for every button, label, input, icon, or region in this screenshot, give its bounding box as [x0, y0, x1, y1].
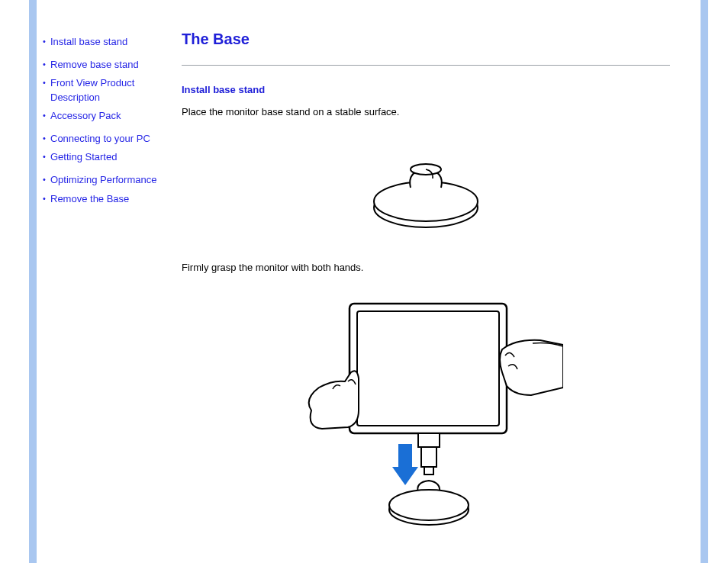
nav-label: Getting Started	[50, 150, 117, 164]
nav-getting-started[interactable]: • Getting Started	[43, 150, 165, 164]
nav-group: • Remove base stand • Front View Product…	[43, 58, 165, 123]
bullet-icon: •	[43, 192, 50, 205]
right-accent-bar	[701, 0, 708, 563]
nav-remove-the-base[interactable]: • Remove the Base	[43, 192, 165, 206]
nav-label: Remove base stand	[50, 58, 139, 72]
bullet-icon: •	[43, 35, 50, 48]
bullet-icon: •	[43, 58, 50, 71]
figure-base-stand	[182, 140, 670, 234]
nav-connecting-to-your-pc[interactable]: • Connecting to your PC	[43, 132, 165, 146]
svg-rect-7	[424, 467, 433, 475]
main-content: The Base Install base stand Place the mo…	[182, 31, 670, 563]
nav-label: Remove the Base	[50, 192, 129, 206]
bullet-icon: •	[43, 150, 50, 163]
nav-group: • Connecting to your PC • Getting Starte…	[43, 132, 165, 164]
bullet-icon: •	[43, 76, 50, 89]
down-arrow-icon	[392, 444, 418, 485]
svg-rect-6	[421, 447, 436, 467]
nav-install-base-stand[interactable]: • Install base stand	[43, 35, 165, 49]
left-hand-icon	[309, 371, 359, 429]
left-accent-bar	[29, 0, 37, 563]
base-stand-illustration	[353, 140, 498, 232]
nav-group: • Optimizing Performance • Remove the Ba…	[43, 173, 165, 205]
svg-rect-4	[357, 311, 499, 426]
svg-rect-5	[418, 433, 440, 447]
nav-label: Install base stand	[50, 35, 127, 49]
nav-label: Optimizing Performance	[50, 173, 156, 187]
svg-rect-10	[398, 444, 412, 468]
nav-label: Connecting to your PC	[50, 132, 150, 146]
right-hand-icon	[500, 340, 563, 395]
bullet-icon: •	[43, 109, 50, 122]
bullet-icon: •	[43, 173, 50, 186]
nav-remove-base-stand[interactable]: • Remove base stand	[43, 58, 165, 72]
nav-group: • Install base stand	[43, 35, 165, 49]
divider	[182, 65, 670, 66]
nav-label: Accessory Pack	[50, 109, 121, 123]
step-2-text: Firmly grasp the monitor with both hands…	[182, 262, 670, 273]
svg-marker-11	[392, 467, 418, 485]
nav-optimizing-performance[interactable]: • Optimizing Performance	[43, 173, 165, 187]
nav-label: Front View Product Description	[50, 76, 165, 104]
sidebar-nav: • Install base stand • Remove base stand…	[43, 35, 165, 215]
section-heading: Install base stand	[182, 84, 670, 95]
bullet-icon: •	[43, 132, 50, 145]
svg-point-9	[389, 490, 469, 520]
nav-accessory-pack[interactable]: • Accessory Pack	[43, 109, 165, 123]
step-1-text: Place the monitor base stand on a stable…	[182, 106, 670, 117]
figure-grasp-monitor	[182, 296, 670, 542]
grasp-monitor-illustration	[288, 296, 563, 540]
nav-front-view-product-description[interactable]: • Front View Product Description	[43, 76, 165, 104]
page-title: The Base	[182, 31, 670, 48]
